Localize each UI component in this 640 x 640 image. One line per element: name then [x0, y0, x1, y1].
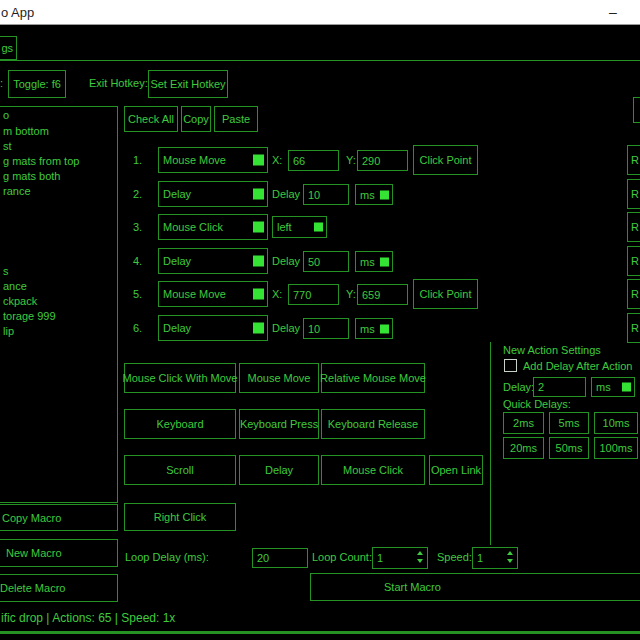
action-type-dropdown[interactable]: Mouse Move [158, 147, 268, 173]
action-type-dropdown[interactable]: Delay [158, 181, 268, 207]
delay-label: Delay [272, 255, 300, 267]
macro-list-item[interactable]: g mats from top [3, 155, 79, 167]
quick-delay-50ms-button[interactable]: 50ms [549, 437, 589, 459]
y-label: Y: [346, 288, 356, 300]
loop-count-value: 1 [377, 552, 383, 564]
paste-button[interactable]: Paste [214, 106, 258, 132]
quick-delay-100ms-button[interactable]: 100ms [594, 437, 638, 459]
delay-input[interactable] [303, 251, 349, 272]
remove-row-button[interactable]: R [627, 212, 640, 242]
x-input[interactable] [288, 284, 339, 305]
add-scroll-button[interactable]: Scroll [124, 455, 236, 485]
quick-delay-2ms-button[interactable]: 2ms [503, 412, 544, 434]
row-number: 4. [133, 255, 142, 267]
set-exit-hotkey-button[interactable]: Set Exit Hotkey [148, 70, 228, 98]
macro-list-item[interactable]: ance [3, 280, 27, 292]
settings-divider [490, 342, 491, 545]
delete-macro-button[interactable]: Delete Macro [0, 574, 118, 602]
quick-delay-5ms-button[interactable]: 5ms [549, 412, 589, 434]
copy-macro-button[interactable]: Copy Macro [0, 504, 118, 531]
y-input[interactable] [357, 284, 408, 305]
macro-list-item[interactable]: s [3, 265, 9, 277]
action-type-dropdown[interactable]: Delay [158, 248, 268, 274]
dropdown-indicator-icon [253, 256, 264, 267]
macro-list-item[interactable]: st [3, 140, 12, 152]
exit-hotkey-label: Exit Hotkey: [89, 77, 148, 89]
add-relative-mouse-move-button[interactable]: Relative Mouse Move [321, 363, 425, 393]
tab-settings[interactable]: gs [0, 36, 17, 60]
add-keyboard-release-button[interactable]: Keyboard Release [321, 409, 425, 439]
stepper-arrows-icon[interactable] [507, 551, 513, 563]
click-point-button[interactable]: Click Point [413, 145, 478, 175]
remove-row-button[interactable]: R [627, 246, 640, 276]
action-type-dropdown[interactable]: Mouse Move [158, 281, 268, 307]
dropdown-indicator-icon [314, 223, 323, 232]
check-all-button[interactable]: Check All [124, 106, 178, 132]
delay-unit-value: ms [596, 381, 611, 393]
macro-list-item[interactable]: g mats both [3, 170, 60, 182]
speed-stepper[interactable]: 1 [472, 547, 518, 569]
new-macro-button[interactable]: New Macro [0, 539, 118, 567]
remove-row-button[interactable]: R [627, 313, 640, 343]
macro-list-item[interactable]: ckpack [3, 295, 37, 307]
macro-list[interactable]: o m bottom st g mats from top g mats bot… [0, 106, 118, 503]
dropdown-indicator-icon [253, 189, 264, 200]
start-macro-button[interactable]: Start Macro [310, 573, 640, 601]
add-keyboard-press-button[interactable]: Keyboard Press [239, 409, 319, 439]
delay-unit-dropdown[interactable]: ms [355, 184, 393, 205]
add-mouse-move-button[interactable]: Mouse Move [239, 363, 319, 393]
delay-label: Delay [272, 322, 300, 334]
action-type-value: Delay [163, 322, 191, 334]
action-type-value: Mouse Move [163, 288, 226, 300]
stepper-arrows-icon[interactable] [417, 551, 423, 563]
title-bar: o App – [0, 0, 640, 25]
add-mouse-click-with-move-button[interactable]: Mouse Click With Move [124, 363, 236, 393]
delay-unit-value: ms [360, 323, 375, 335]
add-delay-after-action-checkbox[interactable] [504, 359, 517, 372]
loop-count-stepper[interactable]: 1 [372, 547, 428, 569]
loop-delay-label: Loop Delay (ms): [125, 551, 209, 563]
remove-row-button[interactable]: R [627, 179, 640, 209]
row-number: 6. [133, 322, 142, 334]
add-keyboard-button[interactable]: Keyboard [124, 409, 236, 439]
remove-row-button[interactable]: R [627, 145, 640, 175]
macro-list-item[interactable]: o [3, 109, 9, 121]
add-right-click-button[interactable]: Right Click [124, 503, 236, 531]
quick-delay-20ms-button[interactable]: 20ms [503, 437, 544, 459]
delay-input[interactable] [303, 184, 349, 205]
macro-list-item[interactable]: m bottom [3, 125, 49, 137]
delay-unit-dropdown[interactable]: ms [355, 251, 393, 272]
x-input[interactable] [288, 150, 339, 171]
macro-list-item[interactable]: lip [3, 325, 14, 337]
dropdown-indicator-icon [380, 190, 389, 199]
cut-off-button-fragment[interactable] [633, 97, 640, 123]
add-delay-button[interactable]: Delay [239, 455, 319, 485]
quick-delay-10ms-button[interactable]: 10ms [594, 412, 638, 434]
remove-row-button[interactable]: R [627, 279, 640, 309]
window-title: o App [1, 5, 34, 20]
delay-input[interactable] [303, 318, 349, 339]
loop-count-label: Loop Count: [312, 551, 372, 563]
loop-delay-input[interactable] [252, 548, 308, 568]
click-point-button[interactable]: Click Point [413, 279, 478, 309]
mouse-button-value: left [277, 221, 292, 233]
mouse-button-dropdown[interactable]: left [272, 216, 327, 238]
action-type-value: Delay [163, 188, 191, 200]
dropdown-indicator-icon [622, 383, 631, 392]
new-action-delay-unit-dropdown[interactable]: ms [591, 377, 635, 397]
add-open-link-button[interactable]: Open Link [429, 455, 483, 485]
macro-list-item[interactable]: torage 999 [3, 310, 56, 322]
macro-list-item[interactable]: rance [3, 185, 31, 197]
quick-delays-label: Quick Delays: [503, 398, 571, 410]
new-action-delay-input[interactable] [533, 377, 586, 397]
action-type-dropdown[interactable]: Delay [158, 315, 268, 341]
delay-unit-dropdown[interactable]: ms [355, 318, 393, 339]
toggle-hotkey-button[interactable]: Toggle: f6 [8, 70, 66, 98]
minimize-icon[interactable]: – [595, 0, 631, 24]
add-mouse-click-button[interactable]: Mouse Click [321, 455, 425, 485]
action-type-dropdown[interactable]: Mouse Click [158, 214, 268, 240]
tab-strip-divider [0, 60, 640, 61]
row-number: 3. [133, 221, 142, 233]
y-input[interactable] [357, 150, 408, 171]
copy-button[interactable]: Copy [181, 106, 211, 132]
